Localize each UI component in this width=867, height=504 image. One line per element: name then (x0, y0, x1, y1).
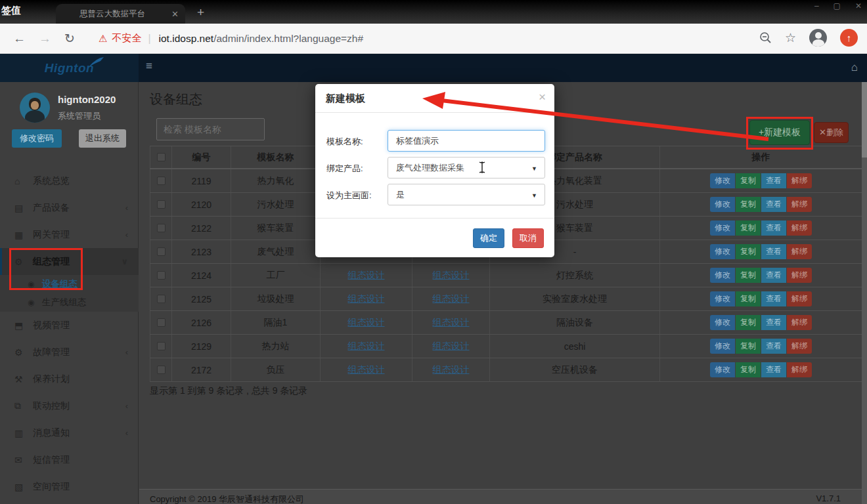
browser-update-icon[interactable]: ↑ (840, 29, 858, 47)
config-design-link[interactable]: 组态设计 (433, 364, 470, 376)
copy-button[interactable]: 复制 (736, 315, 761, 330)
copy-button[interactable]: 复制 (736, 268, 761, 283)
browser-profile-icon[interactable] (809, 29, 827, 47)
zoom-out-icon[interactable] (759, 32, 772, 44)
copy-button[interactable]: 复制 (736, 339, 761, 354)
edit-button[interactable]: 修改 (710, 339, 735, 354)
unbind-button[interactable]: 解绑 (787, 339, 812, 354)
change-password-button[interactable]: 修改密码 (12, 129, 62, 148)
view-button[interactable]: 查看 (761, 291, 786, 306)
copy-button[interactable]: 复制 (736, 291, 761, 306)
copy-button[interactable]: 复制 (736, 244, 761, 259)
back-icon[interactable]: ← (13, 32, 26, 46)
new-template-button[interactable]: +新建模板 (749, 120, 810, 145)
view-button[interactable]: 查看 (761, 173, 786, 188)
row-checkbox[interactable] (157, 247, 166, 256)
view-button[interactable]: 查看 (761, 220, 786, 236)
bind-product-select[interactable]: 废气处理数据采集▼ (388, 157, 545, 178)
edit-button[interactable]: 修改 (710, 268, 735, 283)
copy-button[interactable]: 复制 (736, 197, 761, 212)
edit-button[interactable]: 修改 (710, 362, 735, 377)
sidebar-toggle-icon[interactable]: ≡ (146, 60, 152, 72)
config-design-link[interactable]: 组态设计 (433, 341, 470, 352)
unbind-button[interactable]: 解绑 (787, 291, 812, 306)
sidebar-menu-item[interactable]: ⚒ 保养计划 (0, 366, 139, 392)
edit-button[interactable]: 修改 (710, 315, 735, 330)
copy-button[interactable]: 复制 (736, 173, 761, 188)
row-checkbox[interactable] (157, 318, 166, 327)
view-button[interactable]: 查看 (761, 362, 786, 377)
view-button[interactable]: 查看 (761, 315, 786, 330)
unbind-button[interactable]: 解绑 (787, 220, 812, 236)
forward-icon[interactable]: → (39, 32, 51, 46)
reload-icon[interactable]: ↻ (64, 31, 75, 46)
scrollbar-thumb[interactable] (862, 82, 867, 158)
delete-button[interactable]: ✕删除 (814, 122, 849, 143)
sidebar-menu-item[interactable]: ▤ 产品设备 ‹ (0, 194, 139, 221)
row-checkbox[interactable] (157, 177, 166, 185)
sidebar-menu-item[interactable]: ⚙ 组态管理 ∨ (0, 248, 139, 275)
navbar-home-icon[interactable]: ⌂ (851, 61, 858, 74)
config-design-link[interactable]: 组态设计 (433, 293, 470, 305)
tab-close-icon[interactable]: ✕ (171, 9, 179, 19)
edit-button[interactable]: 修改 (710, 197, 735, 212)
config-design-link[interactable]: 组态设计 (348, 341, 385, 352)
unbind-button[interactable]: 解绑 (787, 268, 812, 283)
bookmark-star-icon[interactable]: ☆ (785, 30, 796, 45)
sidebar-menu-item[interactable]: ⧉ 联动控制 ‹ (0, 392, 139, 419)
sidebar-menu-item[interactable]: ⚙ 故障管理 ‹ (0, 339, 139, 366)
row-checkbox[interactable] (157, 271, 166, 280)
config-design-link[interactable]: 组态设计 (433, 270, 470, 282)
minimize-icon[interactable]: – (814, 1, 819, 10)
view-button[interactable]: 查看 (761, 268, 786, 283)
view-button[interactable]: 查看 (761, 244, 786, 259)
confirm-button[interactable]: 确定 (473, 228, 504, 248)
maximize-icon[interactable]: ▢ (834, 1, 841, 10)
edit-button[interactable]: 修改 (710, 291, 735, 306)
sidebar-menu-item[interactable]: ⌂ 系统总览 (0, 167, 139, 194)
sidebar-menu-item[interactable]: ▥ 消息通知 ‹ (0, 419, 139, 446)
config-design-link[interactable]: 组态设计 (348, 293, 385, 305)
unbind-button[interactable]: 解绑 (787, 244, 812, 259)
close-window-icon[interactable]: ✕ (855, 1, 862, 10)
unbind-button[interactable]: 解绑 (787, 173, 812, 188)
config-design-link[interactable]: 组态设计 (348, 364, 385, 376)
sidebar-submenu-item[interactable]: ◉ 设备组态 (0, 275, 139, 293)
logout-button[interactable]: 退出系统 (79, 129, 126, 148)
sidebar-menu-item[interactable]: ▧ 空间管理 (0, 473, 139, 500)
config-design-link[interactable]: 组态设计 (433, 317, 470, 329)
sidebar-menu-item[interactable]: ▦ 网关管理 ‹ (0, 221, 139, 248)
row-checkbox[interactable] (157, 366, 166, 374)
row-checkbox[interactable] (157, 342, 166, 350)
sidebar-submenu-item[interactable]: ◉ 生产线组态 (0, 293, 139, 312)
view-button[interactable]: 查看 (761, 339, 786, 354)
config-design-link[interactable]: 组态设计 (348, 317, 385, 329)
row-checkbox[interactable] (157, 295, 166, 303)
copy-button[interactable]: 复制 (736, 220, 761, 236)
edit-button[interactable]: 修改 (710, 220, 735, 236)
edit-button[interactable]: 修改 (710, 173, 735, 188)
template-name-input[interactable]: 标签值演示 (388, 130, 545, 152)
edit-button[interactable]: 修改 (710, 244, 735, 259)
url-bar[interactable]: ⚠ 不安全 | iot.idosp.net/admin/index.html?l… (99, 32, 363, 45)
row-id: 2126 (172, 311, 231, 334)
main-screen-select[interactable]: 是▼ (388, 184, 545, 205)
view-button[interactable]: 查看 (761, 197, 786, 212)
sidebar-menu-item[interactable]: ⬒ 视频管理 (0, 312, 139, 339)
unbind-button[interactable]: 解绑 (787, 315, 812, 330)
url-text[interactable]: iot.idosp.net/admin/index.html?language=… (159, 33, 364, 45)
browser-tab[interactable]: 思普云大数据平台 ✕ (56, 4, 185, 24)
copy-button[interactable]: 复制 (736, 362, 761, 377)
search-input[interactable] (156, 118, 265, 140)
modal-close-icon[interactable]: × (539, 90, 546, 104)
unbind-button[interactable]: 解绑 (787, 362, 812, 377)
unbind-button[interactable]: 解绑 (787, 197, 812, 212)
row-checkbox[interactable] (157, 224, 166, 232)
scrollbar-track[interactable] (862, 82, 867, 504)
sidebar-menu-item[interactable]: ✉ 短信管理 (0, 446, 139, 473)
row-checkbox[interactable] (157, 200, 166, 209)
new-tab-button[interactable]: + (197, 5, 204, 20)
config-design-link[interactable]: 组态设计 (348, 270, 385, 282)
select-all-checkbox[interactable] (157, 153, 166, 161)
cancel-button[interactable]: 取消 (512, 228, 544, 248)
